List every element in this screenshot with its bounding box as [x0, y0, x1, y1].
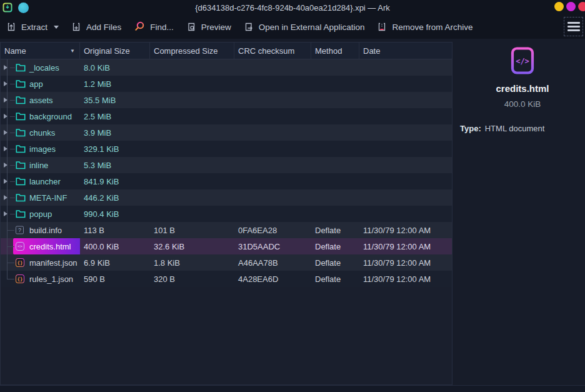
- extract-dropdown-caret-icon[interactable]: [54, 26, 59, 29]
- name-cell: ? <> {} app: [1, 76, 80, 92]
- open-external-button[interactable]: Open in External Application: [243, 21, 365, 33]
- open-external-label: Open in External Application: [259, 23, 365, 32]
- entry-name: credits.html: [29, 242, 71, 251]
- original-size-cell: 5.3 MiB: [80, 161, 150, 170]
- entry-name: assets: [29, 96, 53, 105]
- expand-arrow-icon[interactable]: [4, 114, 8, 119]
- table-row[interactable]: ? <> {} images 329.1 KiB: [1, 141, 452, 157]
- add-files-icon: [71, 21, 82, 33]
- table-row[interactable]: ? <> {} assets 35.5 MiB: [1, 92, 452, 108]
- remove-from-archive-icon: [376, 21, 388, 33]
- table-row[interactable]: ? <> {} manifest.json 6.9 KiB 1.8 KiB A4…: [1, 254, 452, 271]
- table-row[interactable]: ? <> {} chunks 3.9 MiB: [1, 124, 452, 141]
- date-cell: 11/30/79 12:00 AM: [359, 242, 452, 251]
- expand-arrow-icon[interactable]: [4, 65, 8, 70]
- window-close-button[interactable]: [578, 2, 585, 11]
- html-document-icon: </>: [510, 46, 535, 75]
- table-row[interactable]: ? <> {} META-INF 446.2 KiB: [1, 189, 452, 206]
- name-cell: ? <> {} META-INF: [1, 189, 80, 206]
- tree-branch-horizontal: [10, 84, 15, 84]
- table-row[interactable]: ? <> {} app 1.2 MiB: [1, 76, 452, 92]
- extract-button[interactable]: Extract: [6, 21, 59, 33]
- method-cell: Deflate: [311, 274, 359, 284]
- folder-icon: [16, 209, 26, 218]
- preview-button[interactable]: Preview: [186, 21, 231, 33]
- header-original-size[interactable]: Original Size: [80, 43, 150, 59]
- name-cell: ? <> {} background: [1, 108, 80, 124]
- add-files-button[interactable]: Add Files: [71, 21, 121, 33]
- menu-button[interactable]: [564, 17, 583, 36]
- name-cell: ? <> {} launcher: [1, 173, 80, 189]
- expand-arrow-icon[interactable]: [4, 130, 8, 135]
- name-cell: ? <> {} rules_1.json: [1, 271, 80, 287]
- crc-checksum-cell: 31D5AADC: [234, 242, 311, 251]
- html-file-icon: <>: [16, 242, 24, 251]
- entry-name: background: [29, 112, 72, 121]
- entry-name: _locales: [29, 63, 59, 73]
- entry-name: launcher: [29, 177, 61, 186]
- expand-arrow-icon[interactable]: [4, 98, 8, 103]
- window-minimize-button[interactable]: [554, 2, 564, 11]
- header-crc-checksum[interactable]: CRC checksum: [234, 43, 311, 59]
- folder-icon: [16, 161, 26, 169]
- table-row[interactable]: ? <> {} _locales 8.0 KiB: [1, 59, 452, 76]
- header-date[interactable]: Date: [359, 43, 452, 59]
- header-method[interactable]: Method: [311, 43, 359, 59]
- find-button[interactable]: Find...: [133, 21, 174, 33]
- tree-branch-horizontal: [7, 246, 14, 247]
- info-type-row: Type:HTML document: [460, 124, 544, 133]
- table-row[interactable]: ? <> {} build.info 113 B 101 B 0FA6EA28 …: [1, 222, 452, 238]
- name-cell: ? <> {} chunks: [1, 124, 80, 141]
- tree-branch-horizontal: [10, 149, 15, 149]
- entry-name: images: [29, 144, 56, 154]
- header-compressed-size[interactable]: Compressed Size: [150, 43, 234, 59]
- toolbar: Extract Add Files Find... Preview Open i…: [0, 15, 585, 39]
- extract-label: Extract: [21, 23, 48, 32]
- name-cell: ? <> {} manifest.json: [1, 254, 80, 271]
- table-row[interactable]: ? <> {} inline 5.3 MiB: [1, 157, 452, 173]
- tree-branch-horizontal: [7, 263, 14, 263]
- table-row[interactable]: ? <> {} background 2.5 MiB: [1, 108, 452, 124]
- name-cell: ? <> {} _locales: [1, 59, 80, 76]
- entry-name: app: [29, 79, 43, 89]
- tree-branch-vertical: [7, 271, 8, 279]
- original-size-cell: 329.1 KiB: [80, 144, 150, 154]
- original-size-cell: 990.4 KiB: [80, 209, 150, 219]
- table-row[interactable]: ? <> {} popup 990.4 KiB: [1, 206, 452, 222]
- expand-arrow-icon[interactable]: [4, 211, 8, 216]
- sort-desc-icon[interactable]: ▼: [70, 48, 75, 54]
- original-size-cell: 841.9 KiB: [80, 177, 150, 186]
- window-maximize-button[interactable]: [566, 2, 576, 11]
- preview-icon: [186, 21, 197, 33]
- table-row[interactable]: ? <> {} credits.html 400.0 KiB 32.6 KiB …: [1, 238, 452, 254]
- table-row[interactable]: ? <> {} rules_1.json 590 B 320 B 4A28EA6…: [1, 271, 452, 287]
- table-body: ? <> {} _locales 8.0 KiB ? <> {} app 1.2…: [1, 59, 452, 384]
- find-icon: [133, 21, 146, 33]
- tree-branch-horizontal: [10, 165, 15, 166]
- entry-name: META-INF: [29, 193, 67, 203]
- folder-icon: [16, 193, 26, 202]
- remove-from-archive-button[interactable]: Remove from Archive: [376, 21, 472, 33]
- tree-branch-horizontal: [10, 198, 15, 198]
- expand-arrow-icon[interactable]: [4, 195, 8, 200]
- compressed-size-cell: 320 B: [150, 274, 234, 284]
- name-cell: ? <> {} build.info: [1, 222, 80, 238]
- find-label: Find...: [150, 23, 174, 32]
- folder-icon: [16, 79, 26, 88]
- table-row[interactable]: ? <> {} launcher 841.9 KiB: [1, 173, 452, 189]
- entry-name: inline: [29, 161, 48, 170]
- table-header: Name ▼ Original Size Compressed Size CRC…: [1, 43, 452, 59]
- original-size-cell: 35.5 MiB: [80, 96, 150, 105]
- json-file-icon: {}: [16, 258, 24, 267]
- window-title: {d634138d-c276-4fc8-924b-40a0ea21d284}.x…: [0, 3, 585, 13]
- crc-checksum-cell: 4A28EA6D: [234, 274, 311, 284]
- name-cell: ? <> {} popup: [1, 206, 80, 222]
- expand-arrow-icon[interactable]: [4, 179, 8, 184]
- expand-arrow-icon[interactable]: [4, 81, 8, 86]
- header-name[interactable]: Name ▼: [1, 43, 80, 59]
- tree-branch-horizontal: [10, 68, 15, 68]
- expand-arrow-icon[interactable]: [4, 146, 8, 151]
- archive-table: Name ▼ Original Size Compressed Size CRC…: [0, 42, 452, 385]
- expand-arrow-icon[interactable]: [4, 163, 8, 168]
- folder-icon: [16, 128, 26, 137]
